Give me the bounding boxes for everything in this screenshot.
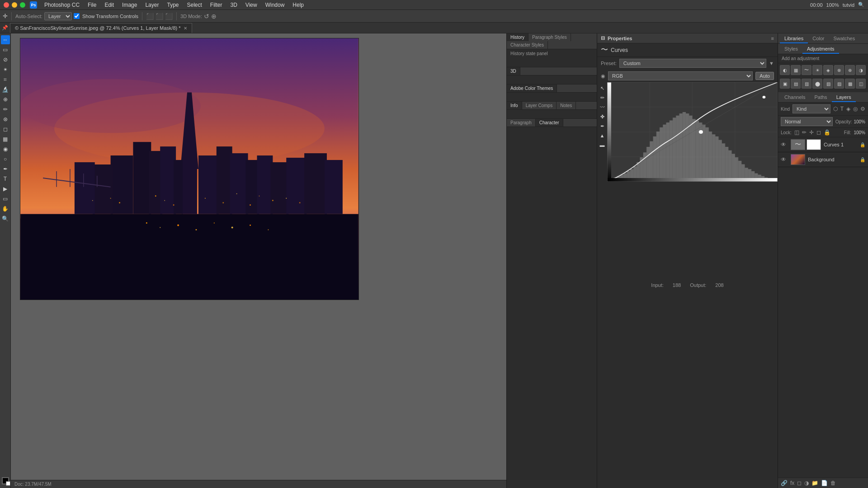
curves-draw-tool[interactable]: ✏ (598, 94, 606, 102)
maximize-button[interactable] (20, 2, 25, 8)
threshold-icon[interactable]: ▨ (834, 79, 844, 89)
selective-color-icon[interactable]: ◫ (856, 79, 866, 89)
curves-triangle-tool[interactable]: ▲ (598, 131, 606, 140)
zoom-tool[interactable]: 🔍 (1, 214, 10, 223)
show-transform-checkbox[interactable] (74, 13, 80, 19)
menu-view[interactable]: View (242, 1, 261, 9)
lock-move-icon[interactable]: ✛ (809, 129, 814, 136)
menu-window[interactable]: Window (262, 1, 288, 9)
layers-tab[interactable]: Layers (832, 93, 856, 102)
curves-smooth-tool[interactable]: 〰 (598, 103, 606, 111)
curves-graph[interactable] (607, 82, 778, 281)
exposure-icon[interactable]: ☀ (812, 65, 822, 75)
3d-tab[interactable]: 3D (507, 67, 520, 75)
marquee-tool[interactable]: ▭ (1, 45, 10, 54)
character-tab[interactable]: Character (536, 119, 563, 127)
eraser-tool[interactable]: ◻ (1, 125, 10, 134)
delete-layer-icon[interactable]: 🗑 (830, 480, 836, 486)
adobe-color-themes-tab[interactable]: Adobe Color Themes (507, 84, 557, 92)
brightness-contrast-icon[interactable]: ◐ (780, 65, 790, 75)
new-group-icon[interactable]: 📁 (811, 480, 818, 486)
lock-paint-icon[interactable]: ✏ (802, 129, 807, 136)
color-lookup-icon[interactable]: ▥ (802, 79, 811, 89)
character-styles-tab[interactable]: Character Styles (507, 41, 548, 49)
channel-select[interactable]: RGB Red Green Blue (608, 71, 753, 80)
posterize-icon[interactable]: ▧ (823, 79, 833, 89)
menu-select[interactable]: Select (183, 1, 205, 9)
align-center-icon[interactable]: ⬛ (156, 13, 163, 20)
rotate-icon[interactable]: ↺ (204, 13, 209, 20)
filter-pixel-icon[interactable]: ⬡ (833, 106, 838, 112)
document-close-icon[interactable]: ✕ (184, 26, 187, 31)
healing-tool[interactable]: ⊕ (1, 95, 10, 104)
minimize-button[interactable] (12, 2, 17, 8)
filter-smart-icon[interactable]: ◈ (846, 106, 850, 112)
filter-shape-icon[interactable]: ◎ (853, 106, 858, 112)
channel-mixer-icon[interactable]: ▤ (791, 79, 801, 89)
brush-tool[interactable]: ✏ (1, 105, 10, 114)
magic-wand-tool[interactable]: ✴ (1, 65, 10, 74)
type-tool[interactable]: T (1, 174, 10, 183)
path-selection-tool[interactable]: ▶ (1, 184, 10, 193)
menu-edit[interactable]: Edit (101, 1, 118, 9)
filter-options-icon[interactable]: ⚙ (860, 106, 865, 112)
blur-tool[interactable]: ◉ (1, 145, 10, 154)
layer-comps-tab[interactable]: Layer Comps (522, 102, 557, 109)
new-layer-icon[interactable]: 📄 (821, 480, 828, 486)
opacity-value[interactable]: 100% (854, 119, 865, 124)
history-tab[interactable]: History (507, 33, 528, 41)
paragraph-styles-tab[interactable]: Paragraph Styles (528, 33, 571, 41)
paths-tab[interactable]: Paths (810, 93, 831, 102)
lock-artboard-icon[interactable]: ◻ (816, 129, 821, 136)
curves-point-tool[interactable]: ✤ (598, 113, 606, 121)
menu-file[interactable]: File (84, 1, 100, 9)
preset-options-icon[interactable]: ▼ (769, 61, 774, 66)
background-layer-item[interactable]: 👁 Background 🔒 (778, 152, 868, 167)
menu-layer[interactable]: Layer (142, 1, 162, 9)
fill-value[interactable]: 100% (854, 130, 865, 135)
paragraph-tab[interactable]: Paragraph (507, 119, 536, 127)
align-left-icon[interactable]: ⬛ (146, 13, 154, 20)
gradient-tool[interactable]: ▦ (1, 135, 10, 144)
info-tab[interactable]: Info (507, 102, 522, 109)
notes-tab[interactable]: Notes (557, 102, 576, 109)
hand-tool[interactable]: ✋ (1, 204, 10, 213)
invert-icon[interactable]: ⬤ (812, 79, 822, 89)
document-tab[interactable]: © SanFranciscoSkylineatSunrise.jpeg @ 72… (10, 23, 192, 33)
curves-bar-tool[interactable]: ▬ (598, 141, 606, 149)
menu-photoshop[interactable]: Photoshop CC (41, 1, 83, 9)
search-icon[interactable]: 🔍 (858, 2, 864, 8)
levels-icon[interactable]: ▦ (791, 65, 801, 75)
auto-button[interactable]: Auto (755, 72, 774, 80)
color-balance-icon[interactable]: ⊕ (845, 65, 855, 75)
shape-tool[interactable]: ▭ (1, 194, 10, 203)
curves-icon[interactable]: 〜 (802, 65, 811, 75)
filter-adjustment-icon[interactable]: T (840, 106, 844, 112)
close-button[interactable] (4, 2, 9, 8)
move-tool[interactable]: ↔ (1, 35, 10, 44)
channels-tab[interactable]: Channels (780, 93, 810, 102)
styles-tab[interactable]: Styles (780, 45, 802, 54)
pen-tool[interactable]: ✒ (1, 164, 10, 174)
curves-layer-item[interactable]: 👁 〜 Curves 1 🔒 (778, 137, 868, 152)
align-right-icon[interactable]: ⬛ (165, 13, 173, 20)
lock-all-icon[interactable]: 🔒 (824, 129, 830, 136)
menu-image[interactable]: Image (118, 1, 141, 9)
canvas-area[interactable] (11, 33, 506, 488)
eyedropper-tool[interactable]: 🔬 (1, 85, 10, 94)
add-mask-icon[interactable]: ◻ (797, 480, 802, 486)
adjustments-tab[interactable]: Adjustments (802, 45, 839, 54)
preset-select[interactable]: Custom Default Strong Contrast (619, 59, 766, 68)
curves-pencil-tool[interactable]: ✒ (598, 122, 606, 130)
curves-layer-visibility-icon[interactable]: 👁 (781, 141, 788, 148)
orbit-icon[interactable]: ⊕ (211, 13, 217, 20)
lock-transparent-icon[interactable]: ◫ (794, 129, 799, 136)
color-tab[interactable]: Color (808, 34, 829, 43)
photo-filter-icon[interactable]: ▣ (780, 79, 790, 89)
menu-3d[interactable]: 3D (227, 1, 241, 9)
auto-select-dropdown[interactable]: Layer Group (44, 12, 72, 20)
menu-filter[interactable]: Filter (207, 1, 226, 9)
add-layer-style-icon[interactable]: fx (790, 480, 794, 486)
menu-help[interactable]: Help (289, 1, 307, 9)
hue-saturation-icon[interactable]: ⊗ (834, 65, 844, 75)
